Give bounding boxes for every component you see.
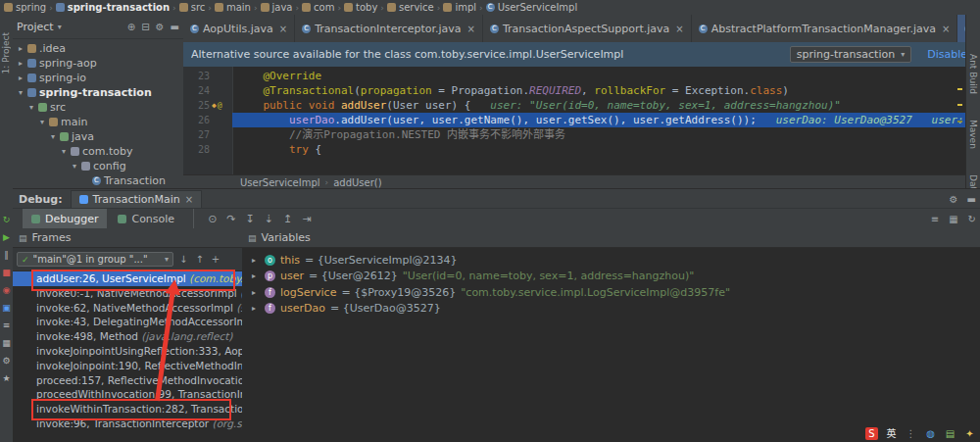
gutter[interactable]: 24 bbox=[183, 83, 232, 98]
tool-window-button-ant-build[interactable]: Ant Build bbox=[968, 54, 978, 94]
breadcrumb-item[interactable]: spring bbox=[4, 2, 46, 13]
gutter[interactable]: 25◆@ bbox=[183, 98, 232, 113]
thread-dump-icon[interactable]: ▣ bbox=[2, 304, 11, 313]
frame-row[interactable]: invoke:96, TransactionInterceptor (org.s… bbox=[13, 417, 242, 431]
grid-icon[interactable]: ▦ bbox=[2, 339, 11, 348]
code-line[interactable]: 28 try { bbox=[183, 142, 965, 157]
editor-tab[interactable]: CAopUtils.java× bbox=[183, 15, 295, 42]
tree-item[interactable]: ▾src bbox=[13, 100, 183, 115]
editor-tab[interactable]: CAbstractPlatformTransactionManager.java… bbox=[692, 15, 958, 42]
frame-row[interactable]: invoke:498, Method (java.lang.reflect) bbox=[13, 329, 242, 344]
breadcrumb-item[interactable]: UserServiceImpl bbox=[240, 177, 320, 188]
chevron-down-icon[interactable]: ▾ bbox=[58, 23, 62, 31]
breadcrumb-item[interactable]: CUserServiceImpl bbox=[486, 2, 578, 13]
tree-toggle-icon[interactable]: ▾ bbox=[71, 162, 78, 171]
tab-debugger[interactable]: Debugger bbox=[23, 209, 107, 229]
editor-tab[interactable]: CTransactionInterceptor.java× bbox=[295, 15, 483, 42]
line-number[interactable]: 28 bbox=[198, 142, 210, 157]
code-line[interactable]: 25◆@ public void addUser(User user) { us… bbox=[183, 98, 965, 113]
settings-icon[interactable]: ⚙ bbox=[950, 194, 958, 205]
line-number[interactable]: 27 bbox=[198, 127, 210, 142]
tree-toggle-icon[interactable]: ▾ bbox=[27, 103, 35, 112]
tree-item[interactable]: ▾config bbox=[13, 159, 183, 173]
editor[interactable]: 23 @Override24 @Transactional(propagatio… bbox=[183, 67, 965, 174]
tray-icon-3[interactable]: ✦ bbox=[963, 427, 976, 440]
pause-icon[interactable]: ∥ bbox=[4, 251, 9, 260]
code-line[interactable]: 23 @Override bbox=[183, 69, 965, 83]
breadcrumb-item[interactable]: toby bbox=[344, 2, 377, 13]
tool-window-button-maven[interactable]: Maven bbox=[968, 120, 978, 149]
editor-scrollbar[interactable] bbox=[956, 67, 964, 174]
frame-row[interactable]: invoke:43, DelegatingMethodAccessorImpl … bbox=[13, 315, 242, 329]
close-icon[interactable]: × bbox=[279, 24, 287, 34]
close-icon[interactable]: × bbox=[675, 24, 683, 34]
breadcrumb-item[interactable]: com bbox=[302, 2, 334, 13]
editor-tab[interactable]: CUserServiceImpl.java× bbox=[957, 15, 965, 42]
locate-icon[interactable]: ⊕ bbox=[127, 22, 135, 32]
breadcrumb-item[interactable]: java bbox=[261, 2, 293, 13]
settings-icon[interactable]: ⚙ bbox=[156, 22, 165, 32]
next-frame-icon[interactable]: ↑ bbox=[195, 254, 203, 265]
breadcrumb-item[interactable]: addUser() bbox=[333, 177, 381, 188]
debug-session-tab[interactable]: TransactionMain × bbox=[71, 190, 203, 208]
frame-row[interactable]: invokeJoinpoint:190, ReflectiveMethodInv… bbox=[13, 359, 242, 373]
breadcrumb-item[interactable]: service bbox=[387, 2, 434, 13]
view-breakpoints-icon[interactable]: ◉ bbox=[3, 286, 11, 295]
tree-toggle-icon[interactable]: ▸ bbox=[17, 59, 24, 68]
tray-icon-2[interactable]: ▤ bbox=[944, 427, 956, 440]
expand-icon[interactable]: ▸ bbox=[252, 256, 260, 265]
gutter[interactable]: 23 bbox=[183, 69, 232, 83]
gutter[interactable]: 27 bbox=[183, 127, 232, 142]
frame-row[interactable]: invoke:62, NativeMethodAccessorImpl (sun… bbox=[13, 301, 242, 316]
resume-icon[interactable]: ▶ bbox=[3, 233, 10, 242]
line-number[interactable]: 24 bbox=[198, 83, 210, 98]
tree-item[interactable]: ▸.idea bbox=[13, 41, 183, 56]
line-number[interactable]: 26 bbox=[198, 113, 210, 127]
tree-item[interactable]: ▾java bbox=[13, 129, 183, 144]
layout-icon[interactable]: ≡ bbox=[3, 321, 11, 330]
close-icon[interactable]: × bbox=[185, 194, 193, 205]
frame-row[interactable]: addUser:26, UserServiceImpl (com.toby.se… bbox=[13, 271, 242, 286]
frame-row[interactable]: invokeWithinTransaction:282, Transaction… bbox=[13, 402, 242, 417]
frame-row[interactable]: invoke0:-1, NativeMethodAccessorImpl (na… bbox=[13, 286, 242, 301]
layout-settings-icon[interactable]: ≡ bbox=[931, 214, 939, 224]
frame-row[interactable]: proceedWithInvocation:99, TransactionInt… bbox=[13, 387, 242, 402]
breadcrumb-item[interactable]: src bbox=[179, 2, 206, 13]
tool-window-button-project[interactable]: 1: Project bbox=[1, 32, 11, 74]
tree-toggle-icon[interactable]: ▸ bbox=[17, 44, 24, 53]
rerun-icon[interactable]: ↻ bbox=[3, 216, 11, 224]
expand-icon[interactable]: ▸ bbox=[252, 304, 260, 313]
settings-icon[interactable]: ⚙ bbox=[2, 357, 10, 366]
favorites-icon[interactable]: ★ bbox=[2, 374, 10, 383]
code-line[interactable]: 26 userDao.addUser(user, user.getName(),… bbox=[183, 113, 965, 127]
expand-icon[interactable]: ▸ bbox=[252, 271, 260, 280]
tree-toggle-icon[interactable]: ▾ bbox=[38, 118, 46, 126]
tree-toggle-icon[interactable]: ▾ bbox=[17, 88, 24, 97]
step-into-icon[interactable]: ↧ bbox=[246, 213, 255, 225]
line-number[interactable]: 23 bbox=[198, 69, 210, 83]
gutter[interactable]: 28 bbox=[183, 142, 232, 157]
frame-row[interactable]: invokeJoinpointUsingReflection:333, AopU… bbox=[13, 344, 242, 359]
close-icon[interactable]: × bbox=[467, 24, 475, 34]
tree-item[interactable]: ▾com.toby bbox=[13, 144, 183, 159]
add-icon[interactable]: + bbox=[212, 254, 220, 265]
step-over-icon[interactable]: ↷ bbox=[226, 213, 235, 225]
variable-row[interactable]: ▸flogService = {$Proxy19@3526} "com.toby… bbox=[242, 284, 980, 301]
code-line[interactable]: 24 @Transactional(propagation = Propagat… bbox=[183, 83, 965, 98]
input-language-indicator[interactable]: 英 bbox=[885, 427, 898, 440]
show-execution-point-icon[interactable]: ⊙ bbox=[208, 213, 217, 225]
source-module-dropdown[interactable]: spring-transaction ▾ bbox=[790, 46, 911, 63]
breadcrumb-item[interactable]: impl bbox=[443, 2, 476, 13]
tree-item[interactable]: ▾main bbox=[13, 115, 183, 129]
prev-frame-icon[interactable]: ↓ bbox=[179, 254, 187, 265]
tree-toggle-icon[interactable]: ▾ bbox=[60, 147, 68, 156]
thread-dropdown[interactable]: ✓ "main"@1 in group "..." ▾ bbox=[17, 252, 173, 267]
collapse-all-icon[interactable]: ⊟ bbox=[141, 22, 149, 32]
stop-icon[interactable]: ■ bbox=[2, 269, 11, 277]
tab-console[interactable]: Console bbox=[109, 209, 183, 229]
line-number[interactable]: 25 bbox=[198, 98, 210, 113]
variable-row[interactable]: ▸fuserDao = {UserDao@3527} bbox=[242, 301, 980, 318]
tray-icon-1[interactable]: ◍ bbox=[924, 427, 937, 440]
breadcrumb-item[interactable]: main bbox=[215, 2, 251, 13]
step-out-icon[interactable]: ↥ bbox=[283, 213, 292, 225]
